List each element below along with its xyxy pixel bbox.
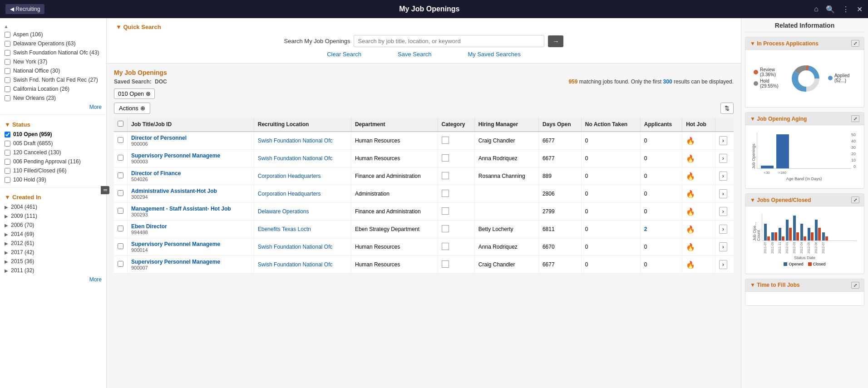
category-checkbox-3[interactable] bbox=[442, 190, 449, 197]
actions-button[interactable]: Actions ⊕ bbox=[114, 103, 150, 114]
sidebar-created-item-5[interactable]: ▶2017 (42) bbox=[0, 248, 106, 257]
filter-tag[interactable]: 010 Open ⊗ bbox=[114, 88, 155, 99]
sidebar-status-item-0[interactable]: 010 Open (959) bbox=[0, 130, 106, 139]
my-saved-searches-link[interactable]: My Saved Searches bbox=[468, 51, 520, 58]
created-expand-icon-7[interactable]: ▶ bbox=[5, 268, 8, 273]
category-checkbox-6[interactable] bbox=[442, 243, 449, 250]
status-checkbox-5[interactable] bbox=[5, 177, 10, 183]
home-icon[interactable]: ⌂ bbox=[814, 5, 819, 13]
widget-expand-ttf[interactable]: ⤢ bbox=[851, 282, 859, 289]
row-checkbox-5[interactable] bbox=[118, 226, 123, 231]
org-checkbox-2[interactable] bbox=[5, 50, 10, 56]
category-checkbox-5[interactable] bbox=[442, 225, 449, 232]
row-nav-button-6[interactable]: › bbox=[719, 242, 727, 251]
job-title-link-6[interactable]: Supervisory Personnel Manageme bbox=[131, 241, 250, 247]
widget-expand-occ[interactable]: ⤢ bbox=[851, 196, 859, 203]
job-title-link-3[interactable]: Administrative Assistant-Hot Job bbox=[131, 188, 250, 194]
job-title-link-5[interactable]: Eben Director bbox=[131, 223, 250, 230]
sidebar-org-item-2[interactable]: Swish Foundation National Ofc (43) bbox=[0, 48, 106, 57]
status-checkbox-0[interactable] bbox=[5, 132, 10, 138]
row-nav-button-5[interactable]: › bbox=[719, 225, 727, 234]
category-checkbox-4[interactable] bbox=[442, 207, 449, 215]
select-all-checkbox[interactable] bbox=[118, 121, 123, 127]
row-nav-button-1[interactable]: › bbox=[719, 154, 727, 163]
org-checkbox-0[interactable] bbox=[5, 32, 10, 38]
sidebar-created-item-7[interactable]: ▶2011 (32) bbox=[0, 266, 106, 275]
sidebar-created-item-3[interactable]: ▶2014 (69) bbox=[0, 230, 106, 239]
sidebar-created-item-1[interactable]: ▶2009 (111) bbox=[0, 211, 106, 221]
row-checkbox-4[interactable] bbox=[118, 208, 123, 214]
org-checkbox-5[interactable] bbox=[5, 77, 10, 83]
job-title-link-7[interactable]: Supervisory Personnel Manageme bbox=[131, 259, 250, 265]
org-checkbox-6[interactable] bbox=[5, 86, 10, 92]
created-expand-icon-0[interactable]: ▶ bbox=[5, 205, 8, 210]
location-link-0[interactable]: Swish Foundation National Ofc bbox=[258, 138, 333, 144]
category-checkbox-1[interactable] bbox=[442, 154, 449, 162]
created-expand-icon-4[interactable]: ▶ bbox=[5, 241, 8, 246]
scroll-up-arrow[interactable]: ▲ bbox=[4, 24, 9, 29]
created-expand-icon-2[interactable]: ▶ bbox=[5, 223, 8, 228]
org-checkbox-1[interactable] bbox=[5, 41, 10, 47]
save-search-link[interactable]: Save Search bbox=[398, 51, 431, 58]
created-expand-icon-5[interactable]: ▶ bbox=[5, 250, 8, 255]
location-link-7[interactable]: Swish Foundation National Ofc bbox=[258, 261, 333, 268]
status-checkbox-2[interactable] bbox=[5, 150, 10, 156]
location-link-5[interactable]: Ebenefits Texas Loctn bbox=[258, 226, 311, 232]
status-checkbox-4[interactable] bbox=[5, 168, 10, 174]
location-link-2[interactable]: Corporation Headquarters bbox=[258, 173, 321, 179]
category-checkbox-2[interactable] bbox=[442, 172, 449, 179]
sort-button[interactable]: ⇅ bbox=[720, 103, 734, 114]
widget-expand-aging[interactable]: ⤢ bbox=[851, 115, 859, 122]
sidebar-org-item-5[interactable]: Swish Fnd. North Cal Fed Rec (27) bbox=[0, 75, 106, 84]
row-checkbox-6[interactable] bbox=[118, 243, 123, 249]
sidebar-status-item-1[interactable]: 005 Draft (6855) bbox=[0, 139, 106, 148]
sidebar-created-item-4[interactable]: ▶2012 (61) bbox=[0, 239, 106, 248]
sidebar-org-item-3[interactable]: New York (37) bbox=[0, 57, 106, 66]
category-checkbox-7[interactable] bbox=[442, 260, 449, 268]
org-checkbox-4[interactable] bbox=[5, 68, 10, 74]
location-link-1[interactable]: Swish Foundation National Ofc bbox=[258, 155, 333, 162]
widget-expand-in-process[interactable]: ⤢ bbox=[851, 40, 859, 47]
row-checkbox-2[interactable] bbox=[118, 172, 123, 178]
row-checkbox-1[interactable] bbox=[118, 155, 123, 161]
row-nav-button-7[interactable]: › bbox=[719, 260, 727, 269]
created-expand-icon-6[interactable]: ▶ bbox=[5, 259, 8, 264]
row-checkbox-0[interactable] bbox=[118, 137, 123, 143]
sidebar-more-button[interactable]: More bbox=[0, 103, 106, 112]
search-go-button[interactable]: → bbox=[548, 35, 563, 47]
sidebar-status-item-5[interactable]: 100 Hold (39) bbox=[0, 175, 106, 184]
close-icon[interactable]: ✕ bbox=[857, 5, 863, 14]
org-checkbox-7[interactable] bbox=[5, 95, 10, 101]
job-title-link-4[interactable]: Management - Staff Assistant- Hot Job bbox=[131, 206, 250, 212]
row-nav-button-2[interactable]: › bbox=[719, 172, 727, 181]
search-icon[interactable]: 🔍 bbox=[826, 5, 835, 14]
row-nav-button-4[interactable]: › bbox=[719, 207, 727, 216]
sidebar-more-bottom-button[interactable]: More bbox=[0, 275, 106, 284]
filter-remove-icon[interactable]: ⊗ bbox=[146, 90, 151, 97]
applicants-value-5[interactable]: 2 bbox=[644, 226, 647, 232]
sidebar-status-item-4[interactable]: 110 Filled/Closed (66) bbox=[0, 166, 106, 175]
row-checkbox-3[interactable] bbox=[118, 190, 123, 196]
more-icon[interactable]: ⋮ bbox=[842, 5, 849, 14]
created-expand-icon-1[interactable]: ▶ bbox=[5, 214, 8, 219]
sidebar-org-item-6[interactable]: California Location (26) bbox=[0, 84, 106, 93]
sidebar-org-item-0[interactable]: Aspen (106) bbox=[0, 30, 106, 39]
sidebar-status-item-2[interactable]: 120 Canceled (130) bbox=[0, 148, 106, 157]
created-expand-icon-3[interactable]: ▶ bbox=[5, 232, 8, 237]
location-link-3[interactable]: Corporation Headquarters bbox=[258, 191, 321, 197]
sidebar-created-item-2[interactable]: ▶2006 (70) bbox=[0, 221, 106, 230]
sidebar-org-item-1[interactable]: Delaware Operations (63) bbox=[0, 39, 106, 48]
sidebar-created-item-0[interactable]: ▶2004 (461) bbox=[0, 202, 106, 211]
sidebar-org-item-7[interactable]: New Orleans (23) bbox=[0, 93, 106, 103]
org-checkbox-3[interactable] bbox=[5, 59, 10, 65]
sidebar-status-item-3[interactable]: 006 Pending Approval (116) bbox=[0, 157, 106, 166]
sidebar-org-item-4[interactable]: National Office (30) bbox=[0, 66, 106, 75]
location-link-4[interactable]: Delaware Operations bbox=[258, 208, 309, 215]
row-nav-button-3[interactable]: › bbox=[719, 189, 727, 198]
location-link-6[interactable]: Swish Foundation National Ofc bbox=[258, 244, 333, 250]
pause-button[interactable]: II bbox=[101, 186, 109, 194]
category-checkbox-0[interactable] bbox=[442, 137, 449, 144]
job-title-link-2[interactable]: Director of Finance bbox=[131, 170, 250, 177]
row-nav-button-0[interactable]: › bbox=[719, 136, 727, 145]
back-button[interactable]: ◀ Recruiting bbox=[5, 4, 44, 14]
